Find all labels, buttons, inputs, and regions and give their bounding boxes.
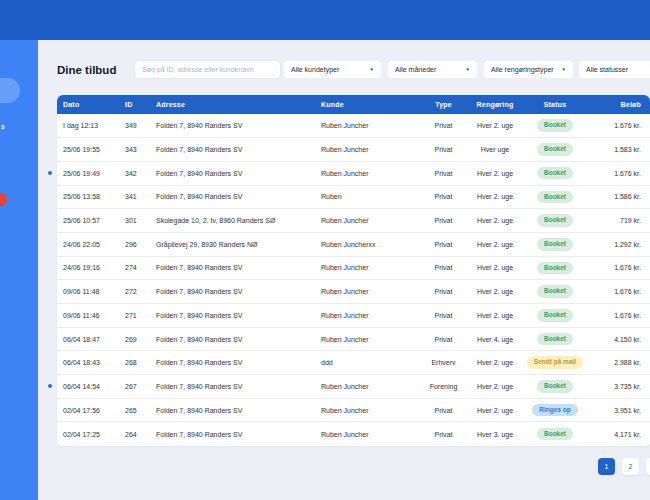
status-badge: Ringes op — [532, 404, 577, 417]
pagination: 12 — [598, 458, 650, 475]
cell-dato: 24/06 22:05 — [57, 232, 119, 256]
cell-dato: I dag 12:13 — [57, 114, 119, 138]
cell-belob: 1.586 kr. — [590, 185, 650, 209]
cell-rengoring: Hver 2. uge — [470, 280, 520, 304]
cell-dato: 09/06 11:48 — [57, 280, 119, 304]
table-row[interactable]: 24/06 22:05296Gråpilevej 29, 8930 Rander… — [57, 232, 650, 256]
cell-status: Booket — [520, 375, 590, 399]
cell-kunde: Ruben Juncher — [315, 398, 417, 422]
table-row[interactable]: 06/04 18:43268Folden 7, 8940 Randers SVd… — [57, 351, 650, 375]
cell-type: Erhverv — [417, 351, 470, 375]
cell-kunde: Ruben Juncher — [315, 114, 417, 138]
cell-belob: 1.676 kr. — [590, 114, 650, 138]
table-row[interactable]: 25/06 13:58341Folden 7, 8940 Randers SVR… — [57, 185, 650, 209]
cell-rengoring: Hver 2. uge — [470, 232, 520, 256]
cell-belob: 1.676 kr. — [590, 161, 650, 185]
column-header-type[interactable]: Type — [417, 95, 470, 114]
unread-dot-icon — [48, 384, 52, 388]
column-header-rengøring[interactable]: Rengøring — [470, 95, 520, 114]
cell-rengoring: Hver 2. uge — [470, 161, 520, 185]
filter-maaneder[interactable]: Alle måneder ▼ — [387, 60, 478, 79]
table-row[interactable]: 02/04 17:56265Folden 7, 8940 Randers SVR… — [57, 398, 650, 422]
filter-kundetyper-label: Alle kundetyper — [291, 66, 339, 73]
sidebar-active-item[interactable] — [0, 78, 20, 103]
cell-id: 272 — [119, 280, 150, 304]
cell-id: 267 — [119, 375, 150, 399]
cell-id: 271 — [119, 304, 150, 328]
status-badge: Sendt på mail — [527, 356, 583, 369]
table-row[interactable]: 25/06 19:55343Folden 7, 8940 Randers SVR… — [57, 138, 650, 162]
column-header-beløb[interactable]: Beløb — [590, 95, 650, 114]
cell-id: 274 — [119, 256, 150, 280]
page-button-overflow[interactable] — [646, 458, 650, 475]
cell-id: 296 — [119, 232, 150, 256]
cell-dato: 25/06 19:55 — [57, 138, 119, 162]
page-title: Dine tilbud — [57, 64, 116, 76]
cell-kunde: Ruben Juncher — [315, 327, 417, 351]
cell-adresse: Folden 7, 8940 Randers SV — [150, 280, 315, 304]
table-row[interactable]: 02/04 17:25264Folden 7, 8940 Randers SVR… — [57, 422, 650, 446]
cell-kunde: Ruben Juncherxx — [315, 232, 417, 256]
cell-belob: 3.735 kr. — [590, 375, 650, 399]
filter-rengoeringstyper[interactable]: Alle rengøringstyper ▼ — [483, 60, 574, 79]
page-button-1[interactable]: 1 — [598, 458, 615, 475]
top-bar — [0, 0, 650, 40]
table-row[interactable]: 06/04 14:54267Folden 7, 8940 Randers SVR… — [57, 375, 650, 399]
table-row[interactable]: 25/06 19:49342Folden 7, 8940 Randers SVR… — [57, 161, 650, 185]
cell-status: Booket — [520, 256, 590, 280]
cell-type: Privat — [417, 256, 470, 280]
cell-type: Privat — [417, 304, 470, 328]
status-badge: Booket — [537, 428, 573, 441]
cell-belob: 1.676 kr. — [590, 280, 650, 304]
column-header-status[interactable]: Status — [520, 95, 590, 114]
table-row[interactable]: 09/06 11:48272Folden 7, 8940 Randers SVR… — [57, 280, 650, 304]
status-badge: Booket — [537, 238, 573, 251]
cell-dato: 06/04 18:47 — [57, 327, 119, 351]
column-header-dato[interactable]: Dato — [57, 95, 119, 114]
cell-status: Booket — [520, 161, 590, 185]
cell-kunde: Ruben — [315, 185, 417, 209]
cell-type: Privat — [417, 280, 470, 304]
cell-status: Booket — [520, 138, 590, 162]
filter-statusser-label: Alle statusser — [586, 66, 628, 73]
column-header-kunde[interactable]: Kunde — [315, 95, 417, 114]
cell-belob: 1.676 kr. — [590, 304, 650, 328]
cell-id: 343 — [119, 138, 150, 162]
search-input[interactable] — [134, 60, 281, 79]
cell-belob: 1.292 kr. — [590, 232, 650, 256]
cell-id: 301 — [119, 209, 150, 233]
cell-belob: 2.988 kr. — [590, 351, 650, 375]
unread-dot-icon — [48, 171, 52, 175]
filter-kundetyper[interactable]: Alle kundetyper ▼ — [283, 60, 382, 79]
status-badge: Booket — [537, 262, 573, 275]
cell-type: Privat — [417, 398, 470, 422]
page-button-2[interactable]: 2 — [622, 458, 639, 475]
cell-rengoring: Hver 2. uge — [470, 398, 520, 422]
cell-dato: 25/06 13:58 — [57, 185, 119, 209]
cell-status: Ringes op — [520, 398, 590, 422]
status-badge: Booket — [537, 119, 573, 132]
cell-status: Booket — [520, 209, 590, 233]
cell-rengoring: Hver 2. uge — [470, 256, 520, 280]
table-row[interactable]: 25/06 10:57301Skolegade 10, 2. tv, 8960 … — [57, 209, 650, 233]
cell-adresse: Folden 7, 8940 Randers SV — [150, 256, 315, 280]
cell-rengoring: Hver 2. uge — [470, 304, 520, 328]
table-row[interactable]: 24/06 19:16274Folden 7, 8940 Randers SVR… — [57, 256, 650, 280]
cell-adresse: Folden 7, 8940 Randers SV — [150, 161, 315, 185]
cell-status: Booket — [520, 280, 590, 304]
table-row[interactable]: 09/06 11:46271Folden 7, 8940 Randers SVR… — [57, 304, 650, 328]
table-row[interactable]: I dag 12:13349Folden 7, 8940 Randers SVR… — [57, 114, 650, 138]
column-header-id[interactable]: ID — [119, 95, 150, 114]
cell-kunde: Ruben Juncher — [315, 209, 417, 233]
table-row[interactable]: 06/04 18:47269Folden 7, 8940 Randers SVR… — [57, 327, 650, 351]
column-header-adresse[interactable]: Adresse — [150, 95, 315, 114]
status-badge: Booket — [537, 214, 573, 227]
filter-statusser[interactable]: Alle statusser ▼ — [578, 60, 650, 79]
cell-id: 269 — [119, 327, 150, 351]
cell-adresse: Folden 7, 8940 Randers SV — [150, 375, 315, 399]
chevron-down-icon: ▼ — [466, 67, 470, 72]
cell-id: 265 — [119, 398, 150, 422]
cell-dato: 06/04 14:54 — [57, 375, 119, 399]
sidebar-item-label: s — [1, 123, 5, 130]
sidebar: s — [0, 40, 38, 500]
